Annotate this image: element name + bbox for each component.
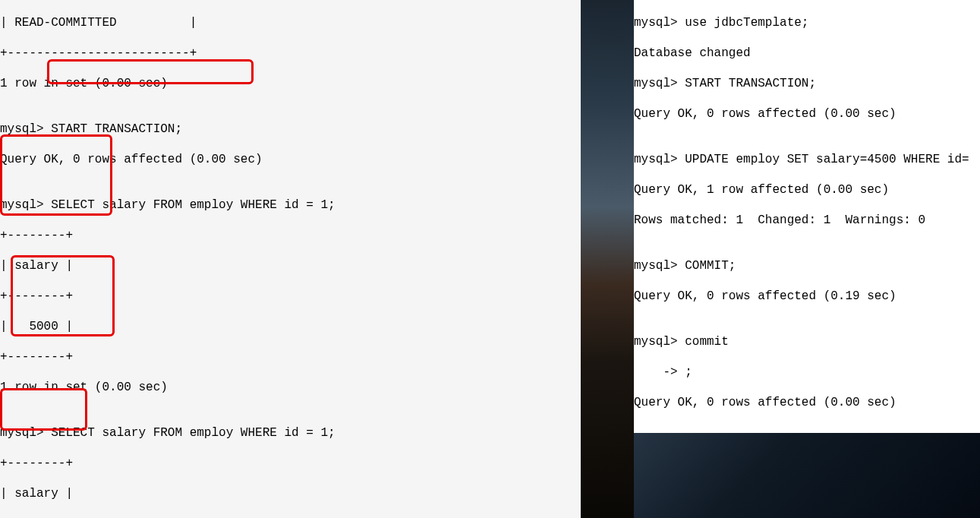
terminal-line: Query OK, 1 row affected (0.00 sec) (634, 182, 980, 197)
terminal-line: Query OK, 0 rows affected (0.00 sec) (634, 106, 980, 122)
terminal-line: +--------+ (0, 456, 581, 471)
terminal-line: Query OK, 0 rows affected (0.00 sec) (634, 395, 980, 410)
terminal-line: +--------+ (0, 289, 581, 304)
terminal-line: +--------+ (0, 228, 581, 243)
terminal-line: -> ; (634, 365, 980, 380)
desktop-gap (581, 0, 634, 518)
terminal-line: mysql> UPDATE employ SET salary=4500 WHE… (634, 152, 980, 167)
terminal-line: | salary | (0, 258, 581, 273)
terminal-line: mysql> SELECT salary FROM employ WHERE i… (0, 197, 581, 213)
terminal-line: mysql> SELECT salary FROM employ WHERE i… (0, 425, 581, 441)
terminal-line: mysql> START TRANSACTION; (634, 76, 980, 91)
terminal-line: mysql> commit (634, 334, 980, 349)
terminal-line: mysql> START TRANSACTION; (0, 122, 581, 137)
terminal-line: Rows matched: 1 Changed: 1 Warnings: 0 (634, 213, 980, 228)
terminal-line: mysql> use jdbcTemplate; (634, 15, 980, 30)
terminal-line: | READ-COMMITTED | (0, 15, 581, 30)
terminal-line: 1 row in set (0.00 sec) (0, 380, 581, 395)
terminal-line: 1 row in set (0.00 sec) (0, 76, 581, 91)
left-terminal-window[interactable]: | READ-COMMITTED | +--------------------… (0, 0, 581, 518)
terminal-line: Query OK, 0 rows affected (0.00 sec) (0, 152, 581, 167)
terminal-line: +--------+ (0, 349, 581, 365)
terminal-line: | salary | (0, 486, 581, 501)
terminal-line: | 5000 | (0, 319, 581, 334)
terminal-line: Query OK, 0 rows affected (0.19 sec) (634, 289, 980, 304)
terminal-line: +-------------------------+ (0, 46, 581, 61)
terminal-line: Database changed (634, 46, 980, 61)
right-terminal-window[interactable]: mysql> use jdbcTemplate; Database change… (634, 0, 980, 433)
terminal-line: mysql> COMMIT; (634, 258, 980, 273)
